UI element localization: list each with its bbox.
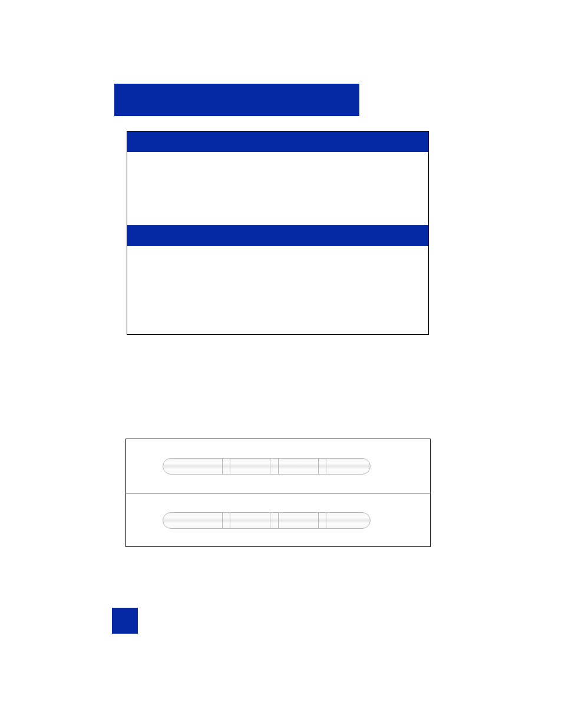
small-blue-square: [112, 608, 138, 634]
pill2-divider: [222, 513, 223, 528]
page: [0, 0, 562, 728]
upper-box-middle-band: [127, 225, 428, 246]
pill2-divider: [230, 513, 230, 528]
pill1-divider: [278, 459, 279, 474]
pill2-divider: [278, 513, 279, 528]
lower-box: [125, 439, 431, 547]
lower-box-row-1: [126, 439, 430, 493]
pill1-divider: [270, 459, 270, 474]
upper-box-header-band: [127, 131, 428, 152]
pill1-divider: [222, 459, 223, 474]
top-blue-bar: [114, 84, 359, 116]
pill2-divider: [326, 513, 326, 528]
pill2-divider: [270, 513, 270, 528]
segmented-pill-1: [163, 458, 371, 475]
pill1-divider: [318, 459, 319, 474]
upper-box: [127, 131, 429, 335]
pill2-divider: [318, 513, 319, 528]
segmented-pill-2: [163, 512, 371, 529]
lower-box-row-2: [126, 493, 430, 546]
pill1-divider: [326, 459, 326, 474]
pill1-divider: [230, 459, 230, 474]
